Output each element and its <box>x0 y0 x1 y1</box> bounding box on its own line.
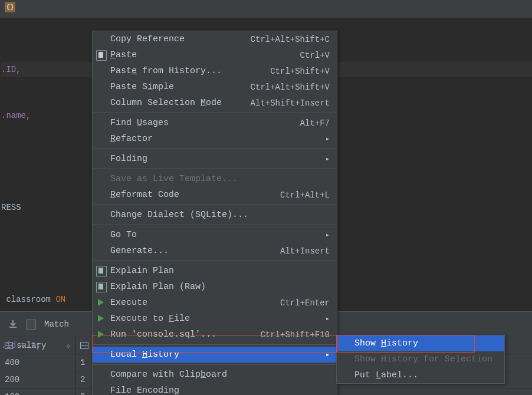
menu-separator <box>93 261 337 261</box>
menu-item-label: Column Selection Mode <box>110 98 222 108</box>
menu-item-label: Reformat Code <box>110 190 179 200</box>
menu-separator <box>93 205 337 205</box>
menu-item-label: Save as Live Template... <box>110 174 238 184</box>
menu-item-explain-plan[interactable]: Explain Plan <box>93 263 337 279</box>
submenu-indicator-icon: ▸ <box>326 231 330 239</box>
menu-separator <box>93 364 337 365</box>
editor-toolbar: {} <box>0 0 532 18</box>
cell-salary: 100 <box>0 389 75 395</box>
menu-item-shortcut: Ctrl+Shift+F10 <box>260 330 330 340</box>
menu-item-shortcut: Ctrl+V <box>300 51 330 60</box>
code-text: RESS <box>1 203 21 212</box>
svg-marker-2 <box>98 331 104 338</box>
submenu-item-show-history[interactable]: Show History <box>337 335 504 351</box>
menu-item-label: Paste from History... <box>110 66 222 76</box>
submenu-item-put-label[interactable]: Put Label... <box>337 367 504 383</box>
menu-item-shortcut: Ctrl+Alt+L <box>280 190 330 200</box>
submenu-item-show-history-selection: Show History for Selection <box>337 351 504 367</box>
menu-item-local-history[interactable]: Local History ▸ <box>93 347 337 363</box>
menu-item-folding[interactable]: Folding ▸ <box>93 151 337 167</box>
menu-item-explain-plan-raw[interactable]: Explain Plan (Raw) <box>93 279 337 295</box>
code-text: ; <box>36 341 41 350</box>
paste-icon <box>96 50 107 61</box>
menu-item-execute[interactable]: Execute Ctrl+Enter <box>93 295 337 311</box>
column-icon <box>80 342 88 349</box>
menu-item-label: Change Dialect (SQLite)... <box>110 210 248 220</box>
menu-item-label: Generate... <box>110 246 169 256</box>
svg-marker-0 <box>98 299 104 306</box>
menu-item-paste[interactable]: Paste Ctrl+V <box>93 47 337 63</box>
submenu-indicator-icon: ▸ <box>326 314 330 323</box>
menu-item-shortcut: Ctrl+Shift+V <box>270 67 330 76</box>
menu-item-shortcut: Ctrl+Alt+Shift+V <box>251 83 330 92</box>
menu-item-paste-history[interactable]: Paste from History... Ctrl+Shift+V <box>93 63 337 79</box>
menu-item-generate[interactable]: Generate... Alt+Insert <box>93 243 337 259</box>
menu-separator <box>93 113 337 113</box>
menu-item-label: Put Label... <box>354 370 418 380</box>
menu-item-label: Find Usages <box>110 118 169 128</box>
menu-item-label: File Encoding <box>110 386 179 395</box>
menu-item-paste-simple[interactable]: Paste Simple Ctrl+Alt+Shift+V <box>93 79 337 95</box>
menu-separator <box>93 149 337 149</box>
code-text: .ID, <box>1 65 21 74</box>
menu-item-reformat[interactable]: Reformat Code Ctrl+Alt+L <box>93 187 337 203</box>
file-type-icon: {} <box>5 2 15 12</box>
menu-item-go-to[interactable]: Go To ▸ <box>93 227 337 243</box>
menu-item-find-usages[interactable]: Find Usages Alt+F7 <box>93 115 337 131</box>
menu-item-change-dialect[interactable]: Change Dialect (SQLite)... <box>93 207 337 223</box>
menu-item-refactor[interactable]: Refactor ▸ <box>93 131 337 147</box>
submenu-indicator-icon: ▸ <box>326 134 330 143</box>
column-icon <box>5 342 13 349</box>
menu-item-label: Explain Plan (Raw) <box>110 282 206 292</box>
explain-plan-icon <box>96 266 107 276</box>
menu-item-label: Paste <box>110 50 137 60</box>
menu-item-label: Paste Simple <box>110 82 174 92</box>
menu-item-shortcut: Ctrl+Enter <box>280 298 330 308</box>
code-number: 1 <box>31 341 35 350</box>
explain-plan-icon <box>96 282 107 292</box>
code-keyword: ON <box>55 295 65 304</box>
local-history-submenu: Show History Show History for Selection … <box>336 335 505 384</box>
cell-salary: 200 <box>0 371 75 388</box>
play-icon <box>96 314 106 323</box>
submenu-indicator-icon: ▸ <box>326 154 330 163</box>
menu-item-save-template: Save as Live Template... <box>93 171 337 187</box>
play-icon <box>96 298 106 307</box>
menu-item-label: Show History <box>354 338 418 348</box>
menu-item-label: Run 'console.sql'... <box>110 330 216 340</box>
menu-item-label: Folding <box>110 154 147 164</box>
code-text: .name, <box>1 111 31 120</box>
play-icon <box>96 330 106 339</box>
menu-item-run-console[interactable]: Run 'console.sql'... Ctrl+Shift+F10 <box>93 327 337 343</box>
menu-item-label: Explain Plan <box>110 266 174 276</box>
menu-item-compare-clipboard[interactable]: Compare with Clipboard <box>93 367 337 383</box>
menu-item-file-encoding[interactable]: File Encoding <box>93 383 337 395</box>
menu-item-label: Show History for Selection <box>354 354 492 364</box>
menu-item-label: Refactor <box>110 134 153 144</box>
menu-item-label: Compare with Clipboard <box>110 370 227 380</box>
menu-separator <box>93 169 337 169</box>
menu-separator <box>93 344 337 345</box>
menu-item-shortcut: Alt+Insert <box>280 246 330 256</box>
menu-item-label: Execute to File <box>110 314 190 324</box>
code-text: classroom <box>1 295 55 304</box>
menu-item-label: Local History <box>110 350 179 360</box>
menu-separator <box>93 225 337 225</box>
submenu-indicator-icon: ▸ <box>326 350 330 359</box>
menu-item-label: Go To <box>110 230 137 240</box>
menu-item-shortcut: Alt+F7 <box>300 119 330 128</box>
menu-item-label: Execute <box>110 298 147 308</box>
svg-marker-1 <box>98 315 104 322</box>
menu-item-copy-reference[interactable]: Copy Reference Ctrl+Alt+Shift+C <box>93 31 337 47</box>
menu-item-execute-to-file[interactable]: Execute to File ▸ <box>93 311 337 327</box>
menu-item-label: Copy Reference <box>110 34 185 44</box>
menu-item-column-selection[interactable]: Column Selection Mode Alt+Shift+Insert <box>93 95 337 111</box>
context-menu: Copy Reference Ctrl+Alt+Shift+C Paste Ct… <box>92 31 337 395</box>
menu-item-shortcut: Ctrl+Alt+Shift+C <box>251 35 330 44</box>
menu-item-shortcut: Alt+Shift+Insert <box>251 98 330 108</box>
